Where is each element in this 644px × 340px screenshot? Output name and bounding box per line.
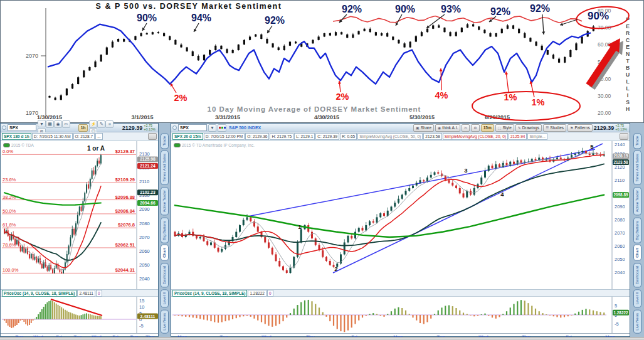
gadget-tab-dashboard[interactable]: Dashboard [161,263,169,287]
svg-text:2110: 2110 [615,178,625,183]
svg-text:4/30/2015: 4/30/2015 [314,114,339,120]
eye-icon[interactable]: ◉ [54,120,62,128]
svg-text:1%: 1% [504,92,517,102]
cut-icon[interactable]: ✂ [62,120,70,128]
cut-button[interactable]: ✂ [462,124,470,132]
gadget-tab-live-news[interactable]: Live News [161,310,169,334]
gadget-tab-big-buttons[interactable]: Big Buttons [633,218,641,243]
status-item: Simple... [527,133,547,140]
pin-icon[interactable]: ▼ [38,120,46,127]
ruler-icon[interactable]: ⌗ [105,120,113,128]
right-osc-svg[interactable]: 50-51.28222 [171,297,630,333]
svg-text:2: 2 [334,265,337,272]
gadget-tab-times-and-sales[interactable]: Times And Sales [161,151,169,185]
gadget-tab-big-buttons[interactable]: Big Buttons [161,218,169,243]
gadget-tab-level-ii[interactable]: Level II [161,289,169,307]
gadget-tab-live-news[interactable]: Live News [633,310,641,334]
wrench-button[interactable]: ⚙ [471,124,479,132]
svg-text:10: 10 [139,304,144,310]
svg-text:2090: 2090 [615,204,625,210]
svg-text:S & P 500 vs. DORSEY Market Se: S & P 500 vs. DORSEY Market Sentiment [96,2,282,11]
pencil-icon[interactable]: ✎ [97,120,105,128]
svg-text:92%: 92% [265,15,285,26]
gadget-tab-times-and-sales[interactable]: Times And Sales [633,151,641,185]
price-change-pct: +0.13% [144,128,156,132]
sentiment-chart-panel: 207019701/30/20153/1/20153/31/20154/30/2… [0,0,644,123]
svg-text:93%: 93% [441,4,461,14]
drawings-button[interactable]: ✎Drawings [515,124,542,132]
think-ai-button[interactable]: ◉think A.I. [435,124,460,132]
link-icon[interactable]: ▦ [46,120,54,128]
share-button[interactable]: ▣Share [413,124,434,132]
gadget-tab-dashboard[interactable]: Dashboard [633,263,641,287]
symbol-input[interactable] [178,124,207,131]
plug-icon[interactable]: ⚡ [89,120,97,128]
svg-text:5/30/2015: 5/30/2015 [409,114,435,120]
study-label: PriceOsc (14, 9, CLOSE, 18, SIMPLE) [172,290,247,297]
svg-text:E: E [626,44,630,50]
thinkorswim-platform: ▼▦◉✂⚙ 1h ⚡✎⌗🗨 2129.39 +2.75 +0.13% SPX 1… [0,123,644,337]
svg-text:T: T [626,58,630,64]
status-item: SPX 20 d 15m [172,133,203,140]
left-price-chart-svg[interactable]: 0.0%$2129.3723.6%$2109.2938.2%$2096.8850… [1,141,159,289]
gadget-tab-active-trader[interactable]: Active Trader [161,187,169,215]
svg-text:20.00: 20.00 [598,110,611,116]
svg-text:2130: 2130 [139,151,150,157]
right-price-chart-svg[interactable]: 1234521402130212021102100209020802070206… [171,141,630,289]
patterns-button[interactable]: ⚑Patterns [567,124,593,132]
link-grid-icon[interactable] [218,124,226,132]
gadget-tab-chart[interactable]: Chart [161,245,169,261]
svg-text:1%: 1% [532,97,545,107]
right-osc-area[interactable]: 50-51.28222 [171,297,630,333]
svg-text:90%: 90% [395,4,415,14]
timeframe-button[interactable]: 1h [78,124,88,132]
right-chart-area[interactable]: 2015 © TD Ameritrade IP Company, Inc. 12… [171,141,630,289]
candles [174,148,605,274]
status-item: SimpleMovingAvg (CLOSE, 20, 0) [443,133,508,140]
right-osc-header: PriceOsc (14, 9, CLOSE, 18, SIMPLE)1.282… [171,289,630,297]
svg-text:23.6%: 23.6% [3,177,16,183]
svg-text:$2044.31: $2044.31 [115,267,135,273]
grabber-dot-icon [172,125,177,130]
svg-text:I: I [627,92,629,98]
svg-text:3/1/2015: 3/1/2015 [131,114,153,120]
gadget-tab-trade[interactable]: Trade [633,133,641,149]
timeframe-button[interactable]: 15m [481,124,494,132]
right-toolbar: ▼ S&P 500 INDEX ▣Share◉think A.I.✂⚙15m⬚S… [171,124,630,132]
style-icon: ⬚ [498,125,502,130]
svg-text:2080: 2080 [615,217,625,223]
print-icon[interactable] [148,133,157,140]
status-item: L: 2129.1 [294,133,315,140]
left-chart-area[interactable]: 2015 © TDA 0.0%$2129.3723.6%$2109.2938.2… [1,141,158,289]
status-item: 2123.58 [423,133,442,140]
svg-text:30.00: 30.00 [598,93,611,99]
svg-text:C: C [626,37,630,43]
gadget-tab-trade[interactable]: Trade [161,133,169,149]
print-icon[interactable] [620,133,628,140]
left-osc-area[interactable]: 151050-52.48111 [1,297,158,333]
gadget-tab-active-trader[interactable]: Active Trader [633,187,641,215]
gadget-tab-level-ii[interactable]: Level II [633,289,641,307]
svg-text:2121.24: 2121.24 [140,164,156,168]
status-item: R: 0.65 [340,133,357,140]
svg-text:2090: 2090 [139,206,150,212]
study-label: 1.28222 [248,290,267,297]
svg-text:92%: 92% [342,4,362,14]
hand-squiggle [333,16,582,23]
svg-text:N: N [626,51,630,57]
status-item: 2125.94 [509,133,527,140]
svg-text:$2109.29: $2109.29 [115,177,135,183]
symbol-input[interactable] [8,124,36,131]
svg-text:H: H [626,106,630,112]
svg-text:L: L [626,85,630,92]
style-button[interactable]: ⬚Style [495,124,514,132]
status-item: D: 7/20/15 11:30 AM [32,133,73,140]
pin-icon[interactable]: ▼ [208,124,216,132]
studies-button[interactable]: ☰Studies [543,124,566,132]
left-osc-header: PriceOsc (14, 9, CLOSE, 18, SIMPLE)2.481… [1,289,158,297]
left-osc-svg[interactable]: 151050-52.48111 [1,297,159,333]
left-time-axis: TueWedFriTueWedFriTueThu [1,333,158,334]
svg-text:-5: -5 [139,323,144,329]
gadget-tab-chart[interactable]: Chart [633,245,641,261]
quote-block: 2129.39 +2.75 +0.13% [122,124,157,131]
